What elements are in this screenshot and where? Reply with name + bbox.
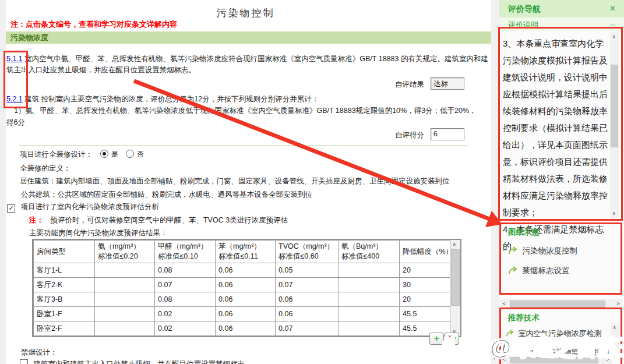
eval-content: 3、本条重点审查室内化学污染物浓度模拟计算报告及建筑设计说明，设计说明中应根据模… [503, 35, 609, 255]
table-row[interactable]: 客厅2-K0.070.060.0730 [34, 278, 450, 292]
page-title: 污染物控制 [0, 6, 491, 20]
blueprint-section-title: 图纸示意 [508, 227, 540, 238]
decor-definition-residential: 居住建筑：建筑内部墙面、顶面及地面全部铺贴、粉刷完成，门窗、固定家具、设备管线、… [20, 176, 450, 186]
full-decor-label: 项目进行全装修设计： [20, 150, 93, 158]
sidebar-title: 评价导航 [508, 4, 541, 15]
self-eval-score-label: 自评得分 [395, 130, 424, 140]
table-header-row: 房间类型 氨（mg/m³）标准值≤0.20 甲醛（mg/m³）标准值≤0.10 … [34, 241, 450, 263]
clause-521-item1-cont: 得6分 [6, 118, 25, 128]
scroll-up-icon[interactable]: ∧ [453, 242, 456, 247]
decor-definition-public: 公共建筑：公共区域的固定面全部铺贴、粉刷完成，水暖电、通风等基本设备全部安装到位 [21, 190, 312, 200]
collapse-icon[interactable]: ︿ [609, 19, 616, 29]
watermark: 头条 @绿建之窗苏玉斌 [441, 333, 624, 362]
col-header-reduction: 降低幅度（%） [400, 241, 450, 263]
table-row[interactable]: 客厅3-B0.080.060.0620 [34, 292, 450, 307]
pre-eval-note-prefix: 注： [29, 216, 44, 224]
col-header-benzene: 苯（mg/m³）标准值≤0.11 [216, 241, 276, 263]
pre-eval-label: 项目进行了室内化学污染物浓度预评估分析 [20, 203, 159, 211]
col-header-radon: 氡（Bq/m³）标准值≤400 [339, 241, 400, 263]
blueprint-item-label: 污染物浓度控制 [522, 246, 577, 255]
scrollbar-thumb[interactable] [451, 249, 460, 306]
radio-yes[interactable] [100, 150, 108, 158]
col-header-room: 房间类型 [34, 241, 95, 263]
section-header-pollutant-concentration: 污染物浓度 [6, 31, 491, 44]
divider [19, 146, 468, 146]
eval-vertical-scrollbar[interactable]: ∧ ∨ [610, 32, 619, 218]
scrollbar-thumb[interactable] [611, 65, 618, 147]
main-vertical-scrollbar[interactable] [491, 0, 499, 364]
scrollbar-thumb[interactable] [510, 301, 605, 308]
blueprint-horizontal-scrollbar[interactable]: < > [500, 299, 622, 308]
decor-definition-title: 全装修的定义： [20, 164, 71, 174]
blueprint-item-pollutant[interactable]: 污染物浓度控制 [508, 246, 577, 257]
left-gutter [0, 0, 6, 364]
pre-eval-table: 房间类型 氨（mg/m³）标准值≤0.20 甲醛（mg/m³）标准值≤0.10 … [32, 239, 461, 337]
self-eval-result-input[interactable]: 达标 [431, 77, 464, 90]
clause-521-item1: 1）氨、甲醛、苯、总挥发性有机物、氡等污染物浓度低于现行国家标准《室内空气质量标… [14, 106, 477, 116]
pre-eval-checkbox[interactable]: ✓ [7, 204, 15, 213]
recommend-section-title: 推荐技术 [508, 313, 540, 323]
scroll-up-icon[interactable]: ∧ [613, 325, 616, 330]
blueprint-item-nosmoking[interactable]: 禁烟标志设置 [508, 266, 569, 277]
table-title: 主要功能房间化学污染物浓度预评估结果： [29, 228, 168, 238]
self-eval-result-label: 自评结果 [395, 80, 424, 90]
share-arrow-icon [508, 266, 518, 275]
scroll-left-icon[interactable]: < [502, 301, 505, 306]
eval-section-title: 评价说明 [508, 20, 538, 30]
scroll-right-icon[interactable]: > [617, 301, 620, 306]
no-smoking-checkbox[interactable] [20, 359, 28, 364]
clause-link-521[interactable]: 5.2.1 [6, 95, 23, 103]
blueprint-item-label: 禁烟标志设置 [522, 266, 569, 275]
check-icon: ✓ [8, 204, 13, 211]
table-row[interactable]: 客厅1-L0.080.060.0520 [34, 263, 450, 278]
pre-eval-note-text: 预评价时，可仅对装修空间空气中的甲醛、苯、TVOC 3类进行浓度预评估 [50, 216, 288, 224]
self-eval-score-input[interactable]: 6 [431, 128, 464, 140]
radio-no-label: 否 [136, 150, 144, 158]
clause-521-text: 建筑 控制室内主要空气污染物的浓度，评价总分值为12分，并按下列规则分别评分并累… [24, 95, 319, 103]
table-vertical-scrollbar[interactable]: ∧ ∨ [450, 240, 460, 336]
page-note: 注：点击条文编号，查看和学习对应条文详解内容 [10, 19, 177, 30]
no-smoking-item: 建筑室内和建筑主出入口处禁止吸烟，并在醒目位置设置禁烟标志 [33, 360, 245, 364]
col-header-ammonia: 氨（mg/m³）标准值≤0.20 [95, 241, 155, 263]
table-row[interactable]: 卧室1-F0.020.060.0645.5 [34, 307, 450, 321]
col-header-formaldehyde: 甲醛（mg/m³）标准值≤0.10 [155, 241, 216, 263]
clause-511-text: 室内空气中氨、甲醛、苯、总挥发性有机物、氡等污染物浓度应符合现行国家标准《室内空… [6, 55, 488, 74]
app-window: ∨ 污染物控制 注：点击条文编号，查看和学习对应条文详解内容 污染物浓度 5.1… [0, 0, 624, 364]
share-arrow-icon [508, 246, 518, 255]
radio-no[interactable] [126, 150, 134, 158]
table-row[interactable]: 卧室2-F0.020.060.0745.5 [34, 321, 450, 336]
scroll-up-icon[interactable]: ∧ [612, 34, 615, 40]
col-header-tvoc: TVOC（mg/m³）标准值≤0.60 [276, 241, 339, 263]
close-icon[interactable]: ✕ [609, 4, 616, 13]
clause-link-511[interactable]: 5.1.1 [6, 55, 23, 63]
radio-yes-label: 是 [111, 150, 118, 158]
scroll-down-icon[interactable]: ∨ [612, 211, 615, 216]
no-smoking-label: 禁烟设计： [21, 348, 58, 358]
